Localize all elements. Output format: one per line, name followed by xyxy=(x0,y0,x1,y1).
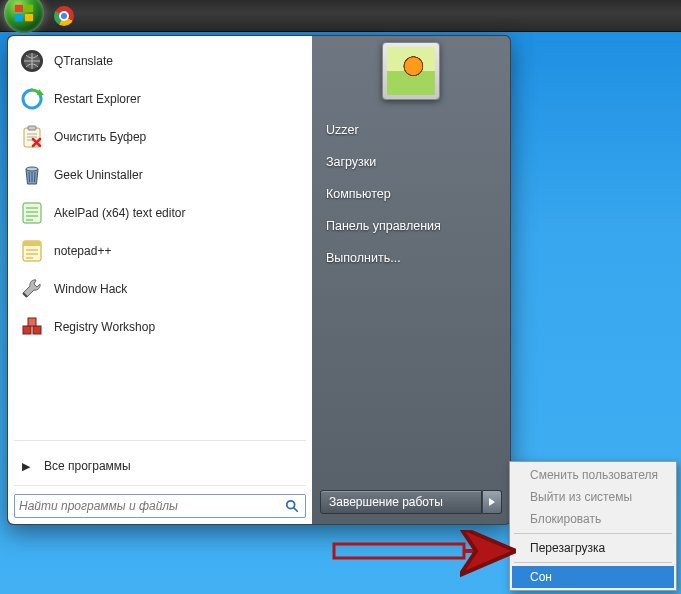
search-icon xyxy=(283,499,301,513)
rightlink-label: Компьютер xyxy=(326,187,391,201)
search-input[interactable] xyxy=(19,499,283,513)
submenu-sleep[interactable]: Сон xyxy=(512,566,674,588)
rightlink-label: Загрузки xyxy=(326,155,376,169)
trash-icon xyxy=(18,161,46,189)
app-restart-explorer[interactable]: Restart Explorer xyxy=(12,80,308,118)
note-green-icon xyxy=(18,199,46,227)
rightlink-label: Uzzer xyxy=(326,123,359,137)
rightlink-label: Панель управления xyxy=(326,219,441,233)
note-yellow-icon xyxy=(18,237,46,265)
svg-marker-6 xyxy=(37,89,44,95)
app-label: Registry Workshop xyxy=(54,320,155,334)
submenu-separator xyxy=(514,562,672,563)
app-label: QTranslate xyxy=(54,54,113,68)
app-geek-uninstaller[interactable]: Geek Uninstaller xyxy=(12,156,308,194)
submenu-label: Блокировать xyxy=(530,512,601,526)
taskbar-pin-chrome[interactable] xyxy=(54,6,74,26)
shutdown-split-button[interactable] xyxy=(482,490,502,514)
app-label: AkelPad (x64) text editor xyxy=(54,206,185,220)
rightlink-control-panel[interactable]: Панель управления xyxy=(312,210,510,242)
start-menu-right-pane: Uzzer Загрузки Компьютер Панель управлен… xyxy=(312,36,510,524)
app-window-hack[interactable]: Window Hack xyxy=(12,270,308,308)
app-label: Очистить Буфер xyxy=(54,130,146,144)
svg-marker-31 xyxy=(489,498,495,506)
svg-rect-0 xyxy=(15,4,23,11)
shutdown-button[interactable]: Завершение работы xyxy=(320,490,482,514)
app-label: notepad++ xyxy=(54,244,111,258)
svg-rect-1 xyxy=(25,4,33,11)
submenu-lock[interactable]: Блокировать xyxy=(512,508,674,530)
rightlink-computer[interactable]: Компьютер xyxy=(312,178,510,210)
svg-line-15 xyxy=(35,172,36,182)
windows-logo-icon xyxy=(13,2,35,24)
submenu-label: Сменить пользователя xyxy=(530,468,658,482)
svg-line-13 xyxy=(29,172,30,182)
svg-point-12 xyxy=(26,167,38,171)
app-label: Geek Uninstaller xyxy=(54,168,143,182)
submenu-switch-user[interactable]: Сменить пользователя xyxy=(512,464,674,486)
app-label: Window Hack xyxy=(54,282,127,296)
app-label: Restart Explorer xyxy=(54,92,141,106)
svg-rect-28 xyxy=(28,318,36,326)
submenu-label: Выйти из системы xyxy=(530,490,632,504)
cubes-icon xyxy=(18,313,46,341)
svg-rect-8 xyxy=(28,126,36,130)
annotation-arrow xyxy=(332,530,522,578)
svg-rect-22 xyxy=(23,241,41,246)
submenu-label: Сон xyxy=(530,570,552,584)
svg-rect-3 xyxy=(25,13,33,20)
submenu-log-off[interactable]: Выйти из системы xyxy=(512,486,674,508)
wrench-icon xyxy=(18,275,46,303)
all-programs[interactable]: ▶ Все программы xyxy=(12,451,308,481)
user-picture xyxy=(387,47,435,95)
rightlink-run[interactable]: Выполнить... xyxy=(312,242,510,274)
start-menu-left-pane: QTranslate Restart Explorer Очистить Буф… xyxy=(8,36,312,524)
app-akelpad[interactable]: AkelPad (x64) text editor xyxy=(12,194,308,232)
app-clear-buffer[interactable]: Очистить Буфер xyxy=(12,118,308,156)
app-qtranslate[interactable]: QTranslate xyxy=(12,42,308,80)
shutdown-label: Завершение работы xyxy=(329,495,443,509)
start-button[interactable] xyxy=(4,0,44,33)
submenu-separator xyxy=(514,533,672,534)
shutdown-submenu: Сменить пользователя Выйти из системы Бл… xyxy=(509,461,677,591)
chevron-right-icon xyxy=(488,497,496,507)
svg-rect-26 xyxy=(23,326,31,334)
rightlink-user[interactable]: Uzzer xyxy=(312,114,510,146)
rightlink-downloads[interactable]: Загрузки xyxy=(312,146,510,178)
svg-rect-27 xyxy=(33,326,41,334)
chevron-right-icon: ▶ xyxy=(18,460,34,473)
search-box[interactable] xyxy=(14,494,306,518)
user-picture-frame[interactable] xyxy=(382,42,440,100)
taskbar xyxy=(0,0,681,32)
clipboard-x-icon xyxy=(18,123,46,151)
svg-rect-32 xyxy=(334,544,464,558)
app-notepadpp[interactable]: notepad++ xyxy=(12,232,308,270)
app-registry-workshop[interactable]: Registry Workshop xyxy=(12,308,308,346)
start-menu: QTranslate Restart Explorer Очистить Буф… xyxy=(7,35,511,525)
globe-icon xyxy=(18,47,46,75)
all-programs-label: Все программы xyxy=(44,459,131,473)
refresh-icon xyxy=(18,85,46,113)
svg-line-30 xyxy=(294,508,298,512)
svg-rect-2 xyxy=(15,13,23,20)
rightlink-label: Выполнить... xyxy=(326,251,401,265)
submenu-restart[interactable]: Перезагрузка xyxy=(512,537,674,559)
submenu-label: Перезагрузка xyxy=(530,541,605,555)
